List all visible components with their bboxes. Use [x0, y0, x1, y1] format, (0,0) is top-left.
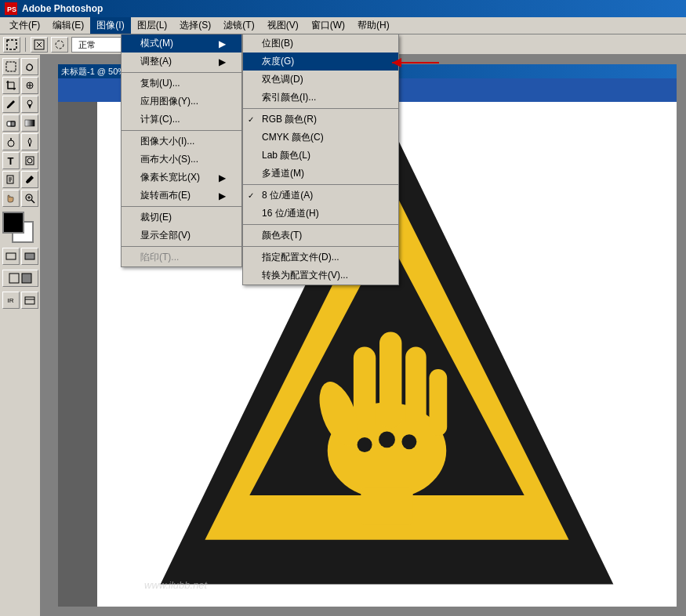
- svg-text:PS: PS: [7, 5, 16, 13]
- menu-item-canvas-size[interactable]: 画布大小(S)...: [122, 150, 241, 168]
- app-icon: PS: [5, 2, 17, 15]
- tool-row-extras: [2, 248, 38, 265]
- sep-1: [122, 72, 241, 73]
- canvas-area: 未标题-1 @ 50% (灰度/8): [41, 55, 686, 616]
- main-area: T: [0, 55, 686, 616]
- svg-rect-40: [429, 369, 447, 436]
- tool-clone[interactable]: [21, 96, 38, 113]
- svg-point-13: [8, 140, 14, 147]
- menu-item-aspect[interactable]: 像素长宽比(X) ▶: [122, 168, 241, 187]
- tool-screen-mode[interactable]: [2, 270, 38, 287]
- toolbox: T: [0, 55, 41, 616]
- mode-sep-4: [243, 246, 398, 247]
- menu-edit[interactable]: 编辑(E): [46, 17, 90, 34]
- svg-rect-27: [6, 253, 16, 259]
- menu-item-show-all[interactable]: 显示全部(V): [122, 226, 241, 245]
- tool-row-5: [2, 133, 38, 150]
- menu-item-rotate[interactable]: 旋转画布(E) ▶: [122, 187, 241, 205]
- tool-dodge[interactable]: [2, 133, 20, 150]
- svg-rect-2: [7, 40, 16, 49]
- mode-grayscale[interactable]: 灰度(G): [243, 55, 398, 71]
- svg-rect-28: [25, 253, 34, 259]
- svg-rect-38: [379, 332, 401, 429]
- mode-indexed[interactable]: 索引颜色(I)...: [243, 89, 398, 107]
- toolbar-btn-3[interactable]: [51, 37, 68, 53]
- menu-item-calculate[interactable]: 计算(C)...: [122, 111, 241, 129]
- svg-point-4: [56, 41, 64, 49]
- tool-lasso[interactable]: [21, 58, 38, 75]
- menu-window[interactable]: 窗口(W): [305, 17, 351, 34]
- menu-help[interactable]: 帮助(H): [351, 17, 396, 34]
- svg-rect-39: [405, 347, 426, 433]
- menu-item-duplicate[interactable]: 复制(U)...: [122, 74, 241, 92]
- watermark: www.ilubb.net: [144, 579, 207, 591]
- tool-gradient[interactable]: [21, 114, 38, 132]
- tool-mask-standard[interactable]: [2, 248, 20, 265]
- menu-item-image-size[interactable]: 图像大小(I)...: [122, 132, 241, 150]
- tool-row-2: [2, 77, 38, 94]
- mode-color-table[interactable]: 颜色表(T): [243, 226, 398, 245]
- svg-line-24: [31, 200, 34, 203]
- menu-item-crop[interactable]: 裁切(E): [122, 208, 241, 226]
- svg-rect-31: [25, 297, 34, 304]
- menu-item-adjust[interactable]: 调整(A) ▶: [122, 55, 241, 71]
- sep-2: [122, 130, 241, 131]
- tool-row-3: [2, 96, 38, 113]
- tool-browse[interactable]: [21, 292, 38, 309]
- tool-hand[interactable]: [2, 190, 20, 207]
- svg-point-44: [401, 434, 416, 449]
- mode-16bit[interactable]: 16 位/通道(H): [243, 205, 398, 223]
- menu-select[interactable]: 选择(S): [173, 17, 217, 34]
- tool-brush[interactable]: [2, 96, 20, 113]
- svg-point-9: [27, 100, 32, 105]
- svg-point-15: [29, 145, 31, 147]
- tool-row-8: [2, 190, 38, 207]
- tool-shape[interactable]: [21, 152, 38, 169]
- tool-zoom[interactable]: [21, 190, 38, 207]
- toolbar-sep-1: [25, 38, 26, 52]
- sep-4: [122, 246, 241, 247]
- svg-rect-5: [6, 62, 16, 71]
- menu-filter[interactable]: 滤镜(T): [217, 17, 260, 34]
- svg-rect-29: [9, 274, 19, 283]
- mode-lab[interactable]: Lab 颜色(L): [243, 147, 398, 165]
- menu-item-apply-image[interactable]: 应用图像(Y)...: [122, 92, 241, 111]
- mode-8bit[interactable]: ✓ 8 位/通道(A): [243, 187, 398, 205]
- svg-rect-12: [25, 120, 34, 126]
- svg-rect-45: [361, 487, 412, 524]
- tool-notes[interactable]: [2, 171, 20, 188]
- svg-rect-30: [22, 274, 31, 283]
- tool-row-4: [2, 114, 38, 132]
- mode-assign-profile[interactable]: 指定配置文件(D)...: [243, 248, 398, 266]
- tool-heal[interactable]: [21, 77, 38, 94]
- menu-image[interactable]: 图像(I): [90, 17, 130, 34]
- mode-cmyk[interactable]: CMYK 颜色(C): [243, 129, 398, 147]
- tool-marquee[interactable]: [2, 58, 20, 75]
- mode-sep-1: [243, 108, 398, 109]
- mode-sep-2: [243, 184, 398, 185]
- title-bar: PS Adobe Photoshop: [0, 0, 686, 17]
- tool-pen[interactable]: [21, 133, 38, 150]
- foreground-color[interactable]: [2, 212, 24, 234]
- tool-text[interactable]: T: [2, 152, 20, 169]
- mode-multichannel[interactable]: 多通道(M): [243, 165, 398, 183]
- red-arrow: [384, 55, 447, 73]
- menu-bar: 文件(F) 编辑(E) 图像(I) 图层(L) 选择(S) 滤镜(T) 视图(V…: [0, 17, 686, 34]
- menu-item-trap[interactable]: 陷印(T)...: [122, 248, 241, 266]
- tool-eraser[interactable]: [2, 114, 20, 132]
- mode-rgb[interactable]: ✓ RGB 颜色(R): [243, 111, 398, 129]
- menu-view[interactable]: 视图(V): [261, 17, 305, 34]
- mode-convert-profile[interactable]: 转换为配置文件(V)...: [243, 266, 398, 284]
- mode-sep-3: [243, 224, 398, 225]
- menu-layer[interactable]: 图层(L): [131, 17, 174, 34]
- tool-crop[interactable]: [2, 77, 20, 94]
- mode-duotone[interactable]: 双色调(D): [243, 71, 398, 89]
- tool-mask-quick[interactable]: [21, 248, 38, 265]
- menu-file[interactable]: 文件(F): [3, 17, 46, 34]
- tool-jump[interactable]: IR: [2, 292, 20, 309]
- toolbar-btn-2[interactable]: [31, 37, 48, 53]
- toolbar-rect-select[interactable]: [3, 37, 20, 53]
- color-box: [2, 212, 38, 243]
- tool-eyedropper[interactable]: [21, 171, 38, 188]
- tool-row-7: [2, 171, 38, 188]
